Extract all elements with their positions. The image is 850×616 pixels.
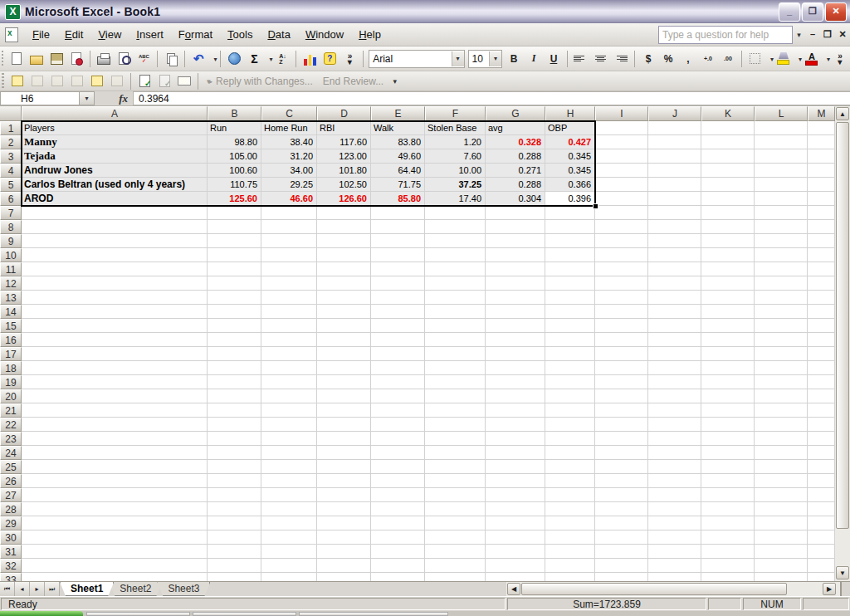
- cell-H9[interactable]: [545, 234, 595, 248]
- cell-A25[interactable]: [22, 460, 208, 474]
- cell-E24[interactable]: [371, 446, 425, 460]
- cell-M20[interactable]: [808, 389, 835, 403]
- cell-I4[interactable]: [595, 164, 648, 178]
- cell-D7[interactable]: [317, 206, 371, 220]
- cell-J9[interactable]: [648, 234, 701, 248]
- cell-I19[interactable]: [595, 375, 648, 389]
- cell-C16[interactable]: [261, 333, 317, 347]
- tab-sheet2[interactable]: Sheet2: [109, 582, 162, 596]
- cell-B14[interactable]: [208, 305, 261, 319]
- cell-J6[interactable]: [648, 192, 701, 206]
- cell-B7[interactable]: [208, 206, 261, 220]
- cell-J8[interactable]: [648, 220, 701, 234]
- cell-C28[interactable]: [261, 502, 317, 516]
- row-header-5[interactable]: 5: [0, 178, 22, 192]
- cell-A14[interactable]: [22, 305, 208, 319]
- cell-D18[interactable]: [317, 361, 371, 375]
- cell-F5[interactable]: 37.25: [425, 178, 486, 192]
- cell-I5[interactable]: [595, 178, 648, 192]
- cell-M5[interactable]: [808, 178, 835, 192]
- cell-D21[interactable]: [317, 403, 371, 418]
- cell-D31[interactable]: [317, 545, 371, 559]
- cell-E8[interactable]: [371, 220, 425, 234]
- increase-decimal-button[interactable]: +.0: [698, 49, 718, 69]
- cell-B32[interactable]: [208, 559, 261, 573]
- cell-J17[interactable]: [648, 347, 701, 361]
- cell-A22[interactable]: [22, 418, 208, 432]
- cell-F24[interactable]: [425, 446, 486, 460]
- name-box[interactable]: H6: [0, 91, 80, 105]
- cell-D8[interactable]: [317, 220, 371, 234]
- scroll-up-icon[interactable]: ▲: [836, 107, 849, 120]
- cell-A1[interactable]: Players: [22, 121, 208, 135]
- cell-C1[interactable]: Home Run: [261, 121, 317, 135]
- help-icon[interactable]: ?: [320, 49, 340, 69]
- cell-E11[interactable]: [371, 262, 425, 276]
- taskbar-button-edge[interactable]: [299, 612, 448, 616]
- row-header-22[interactable]: 22: [0, 418, 22, 432]
- cell-K15[interactable]: [701, 319, 755, 333]
- font-name-combo[interactable]: Arial ▾: [369, 50, 464, 68]
- cell-F9[interactable]: [425, 234, 486, 248]
- cell-K25[interactable]: [701, 460, 755, 474]
- cell-E29[interactable]: [371, 516, 425, 530]
- cell-A9[interactable]: [22, 234, 208, 248]
- cell-F23[interactable]: [425, 432, 486, 446]
- cell-L7[interactable]: [755, 206, 808, 220]
- cell-A8[interactable]: [22, 220, 208, 234]
- cell-K23[interactable]: [701, 432, 755, 446]
- cell-I1[interactable]: [595, 121, 648, 135]
- column-header-I[interactable]: I: [595, 106, 648, 121]
- workbook-restore-button[interactable]: ❐: [821, 27, 834, 42]
- cell-J13[interactable]: [648, 291, 701, 305]
- cell-L33[interactable]: [755, 573, 808, 581]
- cell-E3[interactable]: 49.60: [371, 149, 425, 164]
- column-header-E[interactable]: E: [371, 106, 425, 121]
- cell-H26[interactable]: [545, 474, 595, 488]
- cell-J2[interactable]: [648, 135, 701, 149]
- cell-L12[interactable]: [755, 276, 808, 291]
- cell-L11[interactable]: [755, 262, 808, 276]
- close-button[interactable]: ✕: [825, 2, 847, 22]
- cell-E26[interactable]: [371, 474, 425, 488]
- cell-L17[interactable]: [755, 347, 808, 361]
- cell-J20[interactable]: [648, 389, 701, 403]
- column-header-K[interactable]: K: [701, 106, 755, 121]
- cell-L14[interactable]: [755, 305, 808, 319]
- cell-G11[interactable]: [486, 262, 545, 276]
- cell-G32[interactable]: [486, 559, 545, 573]
- cell-K6[interactable]: [701, 192, 755, 206]
- row-header-12[interactable]: 12: [0, 276, 22, 291]
- cell-M22[interactable]: [808, 418, 835, 432]
- cell-E12[interactable]: [371, 276, 425, 291]
- cell-H32[interactable]: [545, 559, 595, 573]
- cell-L4[interactable]: [755, 164, 808, 178]
- mail-recipient-review-icon[interactable]: [174, 71, 194, 91]
- cell-A3[interactable]: Tejada: [22, 149, 208, 164]
- row-header-14[interactable]: 14: [0, 305, 22, 319]
- cell-B27[interactable]: [208, 488, 261, 502]
- menu-help[interactable]: Help: [351, 25, 388, 44]
- cell-F19[interactable]: [425, 375, 486, 389]
- cell-H2[interactable]: 0.427: [545, 135, 595, 149]
- row-header-9[interactable]: 9: [0, 234, 22, 248]
- row-header-13[interactable]: 13: [0, 291, 22, 305]
- cell-E10[interactable]: [371, 248, 425, 262]
- column-header-H[interactable]: H: [545, 106, 595, 121]
- open-icon[interactable]: [27, 49, 46, 69]
- formatting-options-icon[interactable]: »▾: [830, 49, 850, 69]
- cell-I28[interactable]: [595, 502, 648, 516]
- cell-B29[interactable]: [208, 516, 261, 530]
- previous-sheet-icon[interactable]: ◂: [15, 582, 30, 596]
- cell-J14[interactable]: [648, 305, 701, 319]
- tab-split-handle[interactable]: [840, 582, 850, 596]
- tab-sheet3[interactable]: Sheet3: [157, 582, 210, 596]
- cell-L31[interactable]: [755, 545, 808, 559]
- cell-G17[interactable]: [486, 347, 545, 361]
- undo-icon[interactable]: ↶▾: [188, 49, 217, 69]
- row-header-4[interactable]: 4: [0, 164, 22, 178]
- cell-K3[interactable]: [701, 149, 755, 164]
- cell-C23[interactable]: [261, 432, 317, 446]
- cell-L19[interactable]: [755, 375, 808, 389]
- horizontal-scroll-thumb[interactable]: [521, 583, 787, 595]
